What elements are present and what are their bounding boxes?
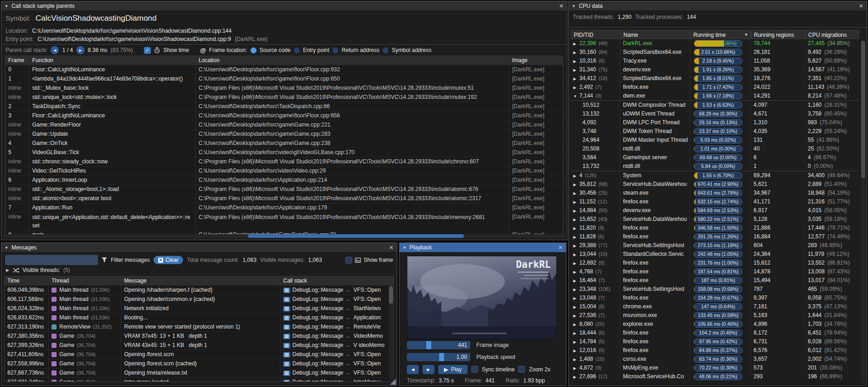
radio-return-address[interactable] [332,47,338,53]
message-row[interactable]: 626,833,622nsMain thread(31,596)Booting.… [5,313,394,322]
cpu-process-row[interactable]: ▶35,812(88)ServiceHub.DataWarehou670.41 … [571,180,859,189]
callstack-row[interactable]: inlineGame::RenderFloorC:\Users\wolf\Des… [6,120,563,129]
prev-callstack-button[interactable]: ◀ [51,46,59,54]
callstack-row[interactable]: 3Floor::CalcLightNoLuminanceC:\Users\wol… [6,111,563,120]
horizontal-scrollbar[interactable] [3,234,565,238]
cpu-process-row[interactable]: ▶15,004(8)chrome.exe147 ms (0.64%)7,1613… [571,302,859,311]
scrollbar-thumb[interactable] [389,286,393,304]
cpu-process-row[interactable]: 4,092DWM LPC Port Thread29.16 ms (0.13%)… [571,118,859,127]
resize-grip[interactable] [390,379,396,385]
callstack-titlebar[interactable]: ▼ Call stack sample parents ✕ [1,1,567,11]
cpu-process-row[interactable]: ▶11,152(12)firefox.exe632.15 ms (2.74%)4… [571,197,859,206]
col-running-regions[interactable]: Running regions [751,30,805,39]
message-row[interactable]: 627,558,996nsGame(36,704)Opening /forest… [5,359,394,368]
cpu-titlebar[interactable]: ▼ CPU data ✕ [569,1,867,11]
close-icon[interactable]: ✕ [558,245,563,250]
filter-input[interactable] [5,255,98,265]
next-callstack-button[interactable]: ▶ [76,46,85,54]
collapse-icon[interactable]: ▼ [5,246,8,250]
cpu-process-row[interactable]: ▶27,696(17)Microsoft.ServiceHub.Co48.06 … [571,372,859,381]
message-row[interactable]: 627,831,246nsGame(36,704)Intro menu load… [5,377,394,382]
sync-timeline-checkbox[interactable] [471,366,478,373]
cpu-process-row[interactable]: ▶29,388(77)ServiceHub.SettingsHost273.15… [571,241,859,250]
collapse-icon[interactable]: ▼ [5,4,8,8]
speed-slider[interactable]: 1.00 [407,353,470,361]
frame-slider-thumb[interactable] [426,341,431,349]
cpu-process-row[interactable]: ▶2,492(7)firefox.exe1.71 s (7.42%)24,022… [571,83,859,92]
callstack-row[interactable]: 6Application::InnerLoopC:\Users\wolf\Des… [6,175,563,185]
cpu-process-row[interactable]: ▶16,464(7)firefox.exe187 ms (0.81%)15,49… [571,276,859,285]
cpu-process-row[interactable]: ▶12,016(9)firefox.exe84.89 ms (0.37%)6,5… [571,346,859,355]
cpu-process-row[interactable]: 10,512DWM Compositor Thread1.53 s (6.63%… [571,100,859,110]
show-frame-checkbox[interactable] [345,257,352,264]
zoom-2x-checkbox[interactable] [518,366,525,373]
cpu-process-row[interactable]: ▶4,768(7)firefox.exe187.54 ms (0.81%)14,… [571,267,859,276]
callstack-row[interactable]: inlinestd::atomic<bool>::operator boolC:… [6,194,563,203]
cpu-process-row[interactable]: ▶18,444(6)firefox.exe104.2 ms (0.45%)8,1… [571,329,859,337]
clear-button[interactable]: ✕ Clear [154,256,183,264]
cpu-process-row[interactable]: ▶4,872(9)MsMpEng.exe70.22 ms (0.30%)5732… [571,364,859,372]
cpu-process-row[interactable]: ▶22,396(49)DarkRL.exe14.33 s (62.06%)78,… [571,39,859,48]
message-row[interactable]: 627,380,356nsGame(36,704)VRAM 37x45: 13 … [5,331,394,341]
close-icon[interactable]: ✕ [559,3,564,9]
cpu-process-row[interactable]: 3,564GameInput server69.68 us (0.00%)64(… [571,153,859,162]
callstack-row[interactable]: inlineVideo::GetTicksHiResC:\Users\wolf\… [6,166,563,175]
radio-symbol-address[interactable] [383,47,388,53]
cpu-process-row[interactable]: ▶14,984(50)devenv.exe584.69 ms (2.53%)6,… [571,206,859,215]
messages-titlebar[interactable]: ▼ Messages ✕ [1,243,397,253]
cpu-process-row[interactable]: ▶8,080(20)explorer.exe105.66 ms (0.46%)4… [571,320,859,329]
frame-slider[interactable]: 441 [407,341,470,349]
radio-source-code[interactable] [251,47,257,53]
cpu-process-row[interactable]: ▶15,652(43)ServiceHub.DataWarehou580.22 … [571,215,859,224]
callstack-row[interactable]: 0Floor::CalcLightNoLuminanceC:\Users\wol… [6,65,563,74]
close-icon[interactable]: ✕ [389,245,394,250]
col-name[interactable]: Name [621,30,691,39]
step-back-button[interactable]: ◀ [407,365,419,374]
radio-entry-point[interactable] [294,47,300,53]
cpu-process-row[interactable]: ▶23,348(106)ServiceHub.SettingsHost158.0… [571,285,859,294]
col-running-time[interactable]: Running time ▼ [691,30,751,39]
cpu-process-row[interactable]: ▶12,692(9)firefox.exe231.76 ms (1.00%)15… [571,259,859,267]
close-icon[interactable]: ✕ [859,3,863,9]
callstack-row[interactable]: 4Game::OnTickC:\Users\wolf\Desktop\darkr… [6,139,563,148]
step-forward-button[interactable]: ▶ [423,365,434,374]
callstack-row[interactable]: inlinestd::unique_ptr<Application,std::d… [6,212,563,230]
expand-icon[interactable]: ▶ [6,268,9,272]
message-row[interactable]: 627,399,326nsGame(36,704)VRAM 43x45: 15 … [5,341,394,350]
cpu-process-row[interactable]: ▶13,044(10)StandardCollector.Servic242.4… [571,250,859,259]
play-button[interactable]: ▶ Play [438,365,468,374]
callstack-row[interactable]: inlinestd::_Mutex_base::lockC:\Program F… [6,83,563,92]
callstack-row[interactable]: inlinestd::chrono::steady_clock::nowC:\P… [6,157,563,166]
cpu-process-row[interactable]: ▶30,456(25)steam.exe643.61 ms (2.79%)34,… [571,189,859,197]
cpu-process-row[interactable]: ▶14,784(5)firefox.exe97.95 ms (0.42%)6,7… [571,337,859,346]
scrollbar-thumb[interactable] [861,41,865,178]
callstack-row[interactable]: inlinestd::unique_lock<std::mutex>::lock… [6,92,563,102]
callstack-row[interactable]: inlineGame::UpdateC:\Users\wolf\Desktop\… [6,129,563,139]
callstack-row[interactable]: 1<lambda_84a19dc444fae966ca174e83e708bdc… [6,74,563,83]
cpu-process-row[interactable]: ▼7,144(8)dwm.exe1.66 s (7.18%)14,2918,21… [571,92,859,100]
col-pid-tid[interactable]: PID/TID [571,30,621,39]
cpu-process-row[interactable]: 20,508ntdll.dll1.01 ms (0.00%)4025(62.50… [571,144,859,153]
callstack-row[interactable]: 7Application::RunC:\Users\wolf\Desktop\d… [6,203,563,212]
show-time-checkbox[interactable]: ✓ [144,47,151,54]
cpu-process-row[interactable]: ▶1,488(10)csrss.exe83.74 ms (0.36%)3,657… [571,355,859,364]
cpu-process-row[interactable]: ▶34,412(18)ScriptedSandbox64.exe1.85 s (… [571,74,859,83]
callstack-row[interactable]: inlinestd::_Atomic_storage<bool,1>::load… [6,185,563,194]
cpu-process-row[interactable]: 13,732ntdll.dll5.84 us (0.00%)10(0.00%) [571,162,859,171]
playback-titlebar[interactable]: ▼ Playback ✕ [400,243,566,253]
cpu-process-row[interactable]: ▶31,340(75)devenv.exe1.91 s (8.26%)35,36… [571,65,859,74]
cpu-process-row[interactable]: 24,964DWM Master Input Thread5.03 ms (0.… [571,136,859,144]
cpu-process-row[interactable]: ▶11,820(9)firefox.exe346.58 ms (1.50%)21… [571,224,859,232]
col-cpu-migrations[interactable]: CPU migrations [805,30,859,39]
message-row[interactable]: 627,313,190nsRemoteView(31,392)Remote vi… [5,322,394,331]
scrollbar-thumb[interactable] [248,234,464,238]
message-row[interactable]: 627,667,736nsGame(36,704)Opening /meta/r… [5,368,394,377]
message-row[interactable]: 606,049,398nsMain thread(31,596)Opening … [5,285,394,295]
cpu-process-row[interactable]: ▶27,536(7)msvsmon.exe133.45 ms (0.58%)5,… [571,311,859,320]
message-row[interactable]: 626,024,328nsMain thread(31,596)Network … [5,304,394,313]
callstack-row[interactable]: 5VideoGLBase::TickC:\Users\wolf\Desktop\… [6,148,563,157]
cpu-process-row[interactable]: 3,748DWM Token Thread23.37 ms (0.10%)4,0… [571,127,859,136]
vertical-scrollbar[interactable] [389,285,393,380]
collapse-icon[interactable]: ▼ [403,246,406,250]
cpu-process-row[interactable]: ▶10,316(9)Tracy.exe2.18 s (9.45%)11,0585… [571,57,859,65]
